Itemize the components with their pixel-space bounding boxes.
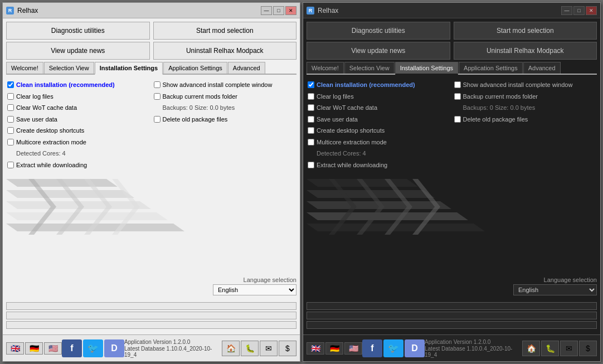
twitter-button[interactable]: 🐦 <box>83 339 103 357</box>
checkbox[interactable] <box>154 116 161 123</box>
checkbox-label: Extract while downloading <box>16 161 87 170</box>
tab-application-settings[interactable]: Application Settings <box>459 62 523 74</box>
uninstall-button[interactable]: Uninstall Relhax Modpack <box>454 42 597 60</box>
tab-welcome-[interactable]: Welcome! <box>307 62 344 74</box>
settings-item: Clean installation (recommended) <box>7 80 149 90</box>
tab-installation-settings[interactable]: Installation Settings <box>95 62 163 75</box>
tab-installation-settings[interactable]: Installation Settings <box>395 62 458 75</box>
checkbox[interactable] <box>7 93 14 100</box>
checkbox-label: Delete old package files <box>163 115 228 124</box>
minimize-button[interactable]: — <box>561 6 572 15</box>
flag-button-2[interactable]: 🇺🇸 <box>344 342 362 355</box>
discord-button[interactable]: D <box>405 339 425 357</box>
minimize-button[interactable]: — <box>261 6 272 15</box>
maximize-button[interactable]: □ <box>573 6 585 15</box>
language-select[interactable]: EnglishDeutschFrenchRussianSpanish <box>513 284 597 295</box>
tab-selection-view[interactable]: Selection View <box>44 62 94 74</box>
twitter-button[interactable]: 🐦 <box>383 339 403 357</box>
checkbox[interactable] <box>308 127 314 134</box>
bug-icon-button[interactable]: 🐛 <box>541 341 559 356</box>
app-version: Application Version 1.2.0.0 <box>425 339 522 345</box>
flag-button-0[interactable]: 🇬🇧 <box>6 342 24 355</box>
settings-item: Clean installation (recommended) <box>308 80 450 90</box>
checkbox[interactable] <box>454 116 461 123</box>
window-dark: R Relhax — □ ✕ Diagnostic utilities Star… <box>303 2 601 362</box>
close-button[interactable]: ✕ <box>285 6 296 15</box>
mail-icon-button[interactable]: ✉ <box>560 341 578 356</box>
title-bar: R Relhax — □ ✕ <box>3 3 300 18</box>
social-buttons: f🐦D <box>362 339 425 357</box>
checkbox[interactable] <box>308 81 314 88</box>
tab-welcome-[interactable]: Welcome! <box>6 62 43 74</box>
settings-item: Clear log files <box>7 92 149 101</box>
uninstall-button[interactable]: Uninstall Relhax Modpack <box>153 42 297 60</box>
checkbox[interactable] <box>7 127 14 134</box>
language-select[interactable]: EnglishDeutschFrenchRussianSpanish <box>213 284 296 295</box>
main-content: Diagnostic utilities Start mod selection… <box>303 18 600 334</box>
tab-advanced[interactable]: Advanced <box>228 62 265 74</box>
settings-item: Delete old package files <box>454 115 596 124</box>
tab-content: Clean installation (recommended) Clear l… <box>307 77 597 176</box>
flag-button-0[interactable]: 🇬🇧 <box>307 342 324 355</box>
checkbox-label: Delete old package files <box>463 115 528 124</box>
checkbox[interactable] <box>7 81 14 88</box>
checkbox-label: Save user data <box>16 115 57 124</box>
title-controls: — □ ✕ <box>561 6 597 15</box>
svg-marker-12 <box>307 212 468 220</box>
footer: 🇬🇧🇩🇪🇺🇸f🐦D Application Version 1.2.0.0 La… <box>303 334 600 361</box>
diagnostic-utilities-button[interactable]: Diagnostic utilities <box>6 22 150 40</box>
settings-item: Create desktop shortcuts <box>308 126 450 135</box>
facebook-button[interactable]: f <box>362 339 382 357</box>
maximize-button[interactable]: □ <box>273 6 284 15</box>
start-mod-selection-button[interactable]: Start mod selection <box>153 22 297 40</box>
checkbox[interactable] <box>454 93 461 100</box>
facebook-button[interactable]: f <box>62 339 82 357</box>
checkbox[interactable] <box>154 81 161 88</box>
checkbox[interactable] <box>308 93 314 100</box>
checkbox[interactable] <box>454 81 461 88</box>
flag-button-2[interactable]: 🇺🇸 <box>44 342 62 355</box>
checkbox[interactable] <box>308 104 314 111</box>
language-label: Language selection <box>544 276 597 283</box>
db-version: Latest Database 1.10.0.4_2020-10-19_4 <box>124 346 222 358</box>
diagnostic-utilities-button[interactable]: Diagnostic utilities <box>307 22 450 40</box>
checkbox[interactable] <box>7 116 14 123</box>
status-bar <box>307 321 597 329</box>
tab-application-settings[interactable]: Application Settings <box>163 62 227 74</box>
checkbox[interactable] <box>7 104 14 111</box>
mail-icon-button[interactable]: ✉ <box>260 341 278 356</box>
checkbox[interactable] <box>308 162 314 168</box>
settings-item: Show advanced install complete window <box>154 80 296 90</box>
checkbox[interactable] <box>308 139 314 145</box>
svg-marker-3 <box>6 212 168 220</box>
start-mod-selection-button[interactable]: Start mod selection <box>454 22 597 40</box>
checkbox[interactable] <box>7 139 14 145</box>
settings-left-col: Clean installation (recommended) Clear l… <box>7 80 149 172</box>
dollar-icon-button[interactable]: $ <box>579 341 597 356</box>
flag-button-1[interactable]: 🇩🇪 <box>325 342 343 355</box>
home-icon-button[interactable]: 🏠 <box>222 341 240 356</box>
flag-button-1[interactable]: 🇩🇪 <box>25 342 43 355</box>
tab-advanced[interactable]: Advanced <box>523 62 561 74</box>
checkbox-label: Create desktop shortcuts <box>317 126 385 135</box>
version-info: Application Version 1.2.0.0 Latest Datab… <box>425 339 522 358</box>
close-button[interactable]: ✕ <box>586 6 597 15</box>
dollar-icon-button[interactable]: $ <box>279 341 296 356</box>
settings-item: Show advanced install complete window <box>454 80 596 90</box>
view-update-news-button[interactable]: View update news <box>307 42 450 60</box>
discord-button[interactable]: D <box>104 339 124 357</box>
tab-selection-view[interactable]: Selection View <box>344 62 395 74</box>
view-update-news-button[interactable]: View update news <box>6 42 150 60</box>
settings-item: Save user data <box>308 115 450 124</box>
info-text: Detected Cores: 4 <box>7 149 66 158</box>
checkbox-label: Backup current mods folder <box>463 92 538 101</box>
checkbox-label: Show advanced install complete window <box>163 80 273 90</box>
bug-icon-button[interactable]: 🐛 <box>241 341 259 356</box>
home-icon-button[interactable]: 🏠 <box>522 341 540 356</box>
checkbox[interactable] <box>154 93 161 100</box>
title-bar: R Relhax — □ ✕ <box>303 3 600 18</box>
checkbox[interactable] <box>7 162 14 168</box>
settings-item: Save user data <box>7 115 149 124</box>
window-light: R Relhax — □ ✕ Diagnostic utilities Star… <box>2 2 300 362</box>
checkbox[interactable] <box>308 116 314 123</box>
